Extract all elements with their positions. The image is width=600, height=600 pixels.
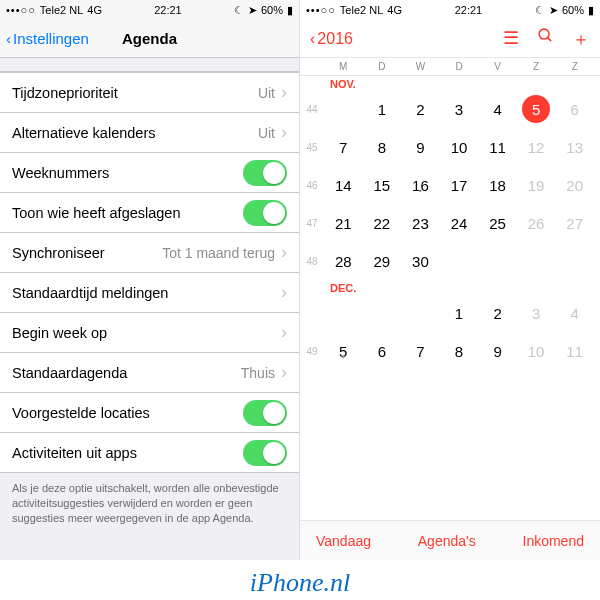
day-cell[interactable]: 27 <box>555 215 594 232</box>
settings-row-7[interactable]: StandaardagendaThuis› <box>0 353 299 393</box>
settings-row-4[interactable]: SynchroniseerTot 1 maand terug› <box>0 233 299 273</box>
day-cell[interactable]: 29 <box>363 253 402 270</box>
toggle[interactable] <box>243 400 287 426</box>
day-cell[interactable]: 19 <box>517 177 556 194</box>
settings-row-5[interactable]: Standaardtijd meldingen› <box>0 273 299 313</box>
day-cell[interactable]: 4 <box>478 101 517 118</box>
calendar-toolbar: Vandaag Agenda's Inkomend <box>300 520 600 560</box>
settings-row-8[interactable]: Voorgestelde locaties <box>0 393 299 433</box>
week-row: 4721222324252627 <box>300 204 594 242</box>
calendars-button[interactable]: Agenda's <box>418 533 476 549</box>
status-bar: •••○○ Tele2 NL 4G 22:21 ☾ ➤ 60% ▮ <box>0 0 299 20</box>
day-cell[interactable]: 11 <box>478 139 517 156</box>
day-cell[interactable]: 10 <box>517 343 556 360</box>
day-cell[interactable]: 12 <box>517 139 556 156</box>
day-cell[interactable]: 2 <box>401 101 440 118</box>
settings-row-1[interactable]: Alternatieve kalendersUit› <box>0 113 299 153</box>
day-cell[interactable]: 9 <box>478 343 517 360</box>
day-cell[interactable]: 2 <box>478 305 517 322</box>
row-value: Thuis <box>241 365 275 381</box>
network-label: 4G <box>87 4 102 16</box>
row-label: Activiteiten uit apps <box>12 445 137 461</box>
day-cell[interactable]: 7 <box>324 139 363 156</box>
day-cell[interactable]: 10 <box>440 139 479 156</box>
day-cell[interactable]: 14 <box>324 177 363 194</box>
month-label: NOV. <box>300 78 594 90</box>
day-cell[interactable]: 15 <box>363 177 402 194</box>
settings-list: TijdzoneprioriteitUit›Alternatieve kalen… <box>0 72 299 473</box>
row-label: Standaardagenda <box>12 365 127 381</box>
year-label: 2016 <box>317 30 353 48</box>
day-cell[interactable]: 21 <box>324 215 363 232</box>
day-cell[interactable]: 25 <box>478 215 517 232</box>
day-cell[interactable]: 1 <box>440 305 479 322</box>
day-cell[interactable]: 11 <box>555 343 594 360</box>
battery-icon: ▮ <box>588 4 594 17</box>
day-cell[interactable]: 1 <box>363 101 402 118</box>
battery-label: 60% <box>261 4 283 16</box>
today-button[interactable]: Vandaag <box>316 533 371 549</box>
week-row: 48282930 <box>300 242 594 280</box>
week-number: 45 <box>300 142 324 153</box>
day-cell[interactable]: 3 <box>440 101 479 118</box>
day-cell[interactable]: 7 <box>401 343 440 360</box>
row-label: Tijdzoneprioriteit <box>12 85 118 101</box>
list-view-icon[interactable]: ☰ <box>503 27 519 51</box>
carrier-label: Tele2 NL <box>340 4 383 16</box>
day-cell[interactable]: 18 <box>478 177 517 194</box>
back-label: Instellingen <box>13 30 89 47</box>
settings-row-2[interactable]: Weeknummers <box>0 153 299 193</box>
chevron-left-icon: ‹ <box>310 30 315 48</box>
calendar-panel: •••○○ Tele2 NL 4G 22:21 ☾ ➤ 60% ▮ ‹ 2016… <box>300 0 600 560</box>
status-bar: •••○○ Tele2 NL 4G 22:21 ☾ ➤ 60% ▮ <box>300 0 600 20</box>
calendar-grid: NOV.441234564578910111213461415161718192… <box>300 78 600 370</box>
day-cell[interactable]: 30 <box>401 253 440 270</box>
toggle[interactable] <box>243 440 287 466</box>
toggle[interactable] <box>243 160 287 186</box>
page-title: Agenda <box>122 30 177 47</box>
chevron-right-icon: › <box>281 122 287 143</box>
moon-icon: ☾ <box>535 4 545 17</box>
day-cell[interactable]: 13 <box>555 139 594 156</box>
carrier-label: Tele2 NL <box>40 4 83 16</box>
day-cell[interactable]: 28 <box>324 253 363 270</box>
row-value: Uit <box>258 125 275 141</box>
day-cell[interactable]: 23 <box>401 215 440 232</box>
day-cell[interactable]: 5 <box>324 343 363 360</box>
day-cell[interactable]: 17 <box>440 177 479 194</box>
week-number: 44 <box>300 104 324 115</box>
chevron-right-icon: › <box>281 282 287 303</box>
day-cell[interactable]: 22 <box>363 215 402 232</box>
day-cell[interactable]: 6 <box>363 343 402 360</box>
add-event-icon[interactable]: ＋ <box>572 27 590 51</box>
year-back-button[interactable]: ‹ 2016 <box>310 30 353 48</box>
settings-row-6[interactable]: Begin week op› <box>0 313 299 353</box>
day-cell[interactable]: 5 <box>517 95 556 123</box>
day-cell[interactable]: 26 <box>517 215 556 232</box>
svg-line-1 <box>548 37 552 41</box>
row-label: Begin week op <box>12 325 107 341</box>
day-cell[interactable]: 20 <box>555 177 594 194</box>
toggle[interactable] <box>243 200 287 226</box>
back-button[interactable]: ‹ Instellingen <box>6 30 89 47</box>
week-number: 48 <box>300 256 324 267</box>
week-row: 1234 <box>300 294 594 332</box>
day-cell[interactable]: 4 <box>555 305 594 322</box>
inbox-button[interactable]: Inkomend <box>523 533 584 549</box>
settings-row-0[interactable]: TijdzoneprioriteitUit› <box>0 73 299 113</box>
watermark: iPhone.nl <box>0 560 600 598</box>
week-number: 47 <box>300 218 324 229</box>
settings-row-9[interactable]: Activiteiten uit apps <box>0 433 299 473</box>
footnote: Als je deze optie uitschakelt, worden al… <box>0 473 299 534</box>
day-cell[interactable]: 6 <box>555 101 594 118</box>
row-value: Uit <box>258 85 275 101</box>
day-cell[interactable]: 8 <box>363 139 402 156</box>
day-cell[interactable]: 3 <box>517 305 556 322</box>
day-cell[interactable]: 8 <box>440 343 479 360</box>
day-cell[interactable]: 9 <box>401 139 440 156</box>
day-cell[interactable]: 16 <box>401 177 440 194</box>
search-icon[interactable] <box>537 27 554 51</box>
day-cell[interactable]: 24 <box>440 215 479 232</box>
row-value: Tot 1 maand terug <box>162 245 275 261</box>
settings-row-3[interactable]: Toon wie heeft afgeslagen <box>0 193 299 233</box>
